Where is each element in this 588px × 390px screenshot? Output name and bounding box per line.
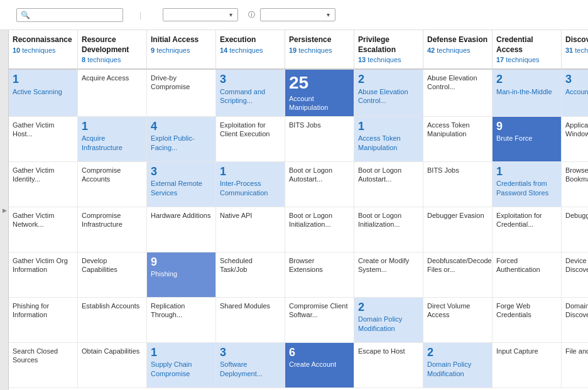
cell-r4-c3[interactable]: Scheduled Task/Job xyxy=(216,252,285,298)
cell-label: Shared Modules xyxy=(220,301,281,310)
cell-r6-c6[interactable]: 2Domain Policy Modification xyxy=(423,343,493,388)
cell-r1-c5[interactable]: 1Access Token Manipulation xyxy=(354,117,423,162)
cell-r4-c1[interactable]: Develop Capabilities xyxy=(78,252,147,298)
side-collapse-tab[interactable]: ▶ xyxy=(0,30,9,390)
cell-label: Boot or Logon Autostart... xyxy=(358,166,419,184)
col-title: Privilege Escalation xyxy=(358,35,419,55)
cell-r3-c0[interactable]: Gather Victim Network... xyxy=(9,207,78,252)
cell-r5-c2[interactable]: Replication Through... xyxy=(147,298,216,343)
cell-r5-c6[interactable]: Direct Volume Access xyxy=(423,298,493,343)
cell-r3-c2[interactable]: Hardware Additions xyxy=(147,207,216,252)
cell-label: Exploitation for Client Execution xyxy=(220,121,281,139)
cell-r0-c2[interactable]: Drive-by Compromise xyxy=(147,70,216,116)
cell-count: 6 xyxy=(289,347,350,359)
cell-r4-c5[interactable]: Create or Modify System... xyxy=(354,252,423,298)
cell-label: Account Discovery xyxy=(565,87,588,96)
cell-r0-c1[interactable]: Acquire Access xyxy=(78,70,147,116)
cell-r0-c0[interactable]: 1Active Scanning xyxy=(9,70,78,116)
cell-r0-c6[interactable]: Abuse Elevation Control... xyxy=(423,70,493,116)
cell-r4-c0[interactable]: Gather Victim Org Information xyxy=(9,252,78,298)
cell-r1-c4[interactable]: BITS Jobs xyxy=(285,117,354,162)
col-header-defense: Defense Evasion 42 techniques xyxy=(423,30,493,70)
cell-count: 3 xyxy=(220,347,281,359)
cell-r5-c0[interactable]: Phishing for Information xyxy=(9,298,78,343)
cell-r5-c5[interactable]: 2Domain Policy Modification xyxy=(354,298,423,343)
cell-r4-c8[interactable]: Device Driver Discovery xyxy=(562,252,588,298)
cell-r2-c2[interactable]: 3External Remote Services xyxy=(147,162,216,207)
cell-r4-c4[interactable]: Browser Extensions xyxy=(285,252,354,298)
cell-r4-c6[interactable]: Deobfuscate/Decode Files or... xyxy=(423,252,493,298)
cell-r0-c7[interactable]: 2Man-in-the-Middle xyxy=(493,70,562,116)
cell-r6-c0[interactable]: Search Closed Sources xyxy=(9,343,78,388)
cell-r3-c6[interactable]: Debugger Evasion xyxy=(423,207,493,252)
cell-r6-c4[interactable]: 6Create Account xyxy=(285,343,354,388)
cell-count: 1 xyxy=(496,166,557,178)
cell-r6-c2[interactable]: 1Supply Chain Compromise xyxy=(147,343,216,388)
cell-label: Abuse Elevation Control... xyxy=(427,73,488,92)
cell-r5-c1[interactable]: Establish Accounts xyxy=(78,298,147,343)
col-header-recon: Reconnaissance 10 techniques xyxy=(9,30,78,70)
cell-label: Create or Modify System... xyxy=(358,256,419,274)
cell-r2-c0[interactable]: Gather Victim Identity... xyxy=(9,162,78,207)
simulated-rules-dropdown[interactable]: ▾ xyxy=(260,8,335,21)
cell-r1-c0[interactable]: Gather Victim Host... xyxy=(9,117,78,162)
cell-r5-c4[interactable]: Compromise Client Softwar... xyxy=(285,298,354,343)
cell-r2-c1[interactable]: Compromise Accounts xyxy=(78,162,147,207)
cell-r5-c8[interactable]: Domain Trust Discovery xyxy=(562,298,588,343)
cell-r2-c6[interactable]: BITS Jobs xyxy=(423,162,493,207)
cell-r6-c8[interactable]: File and Directory... xyxy=(562,343,588,388)
cell-label: Application Window... xyxy=(565,121,588,139)
col-count: 31 techniques xyxy=(565,46,588,54)
cell-r6-c5[interactable]: Escape to Host xyxy=(354,343,423,388)
main-area: ▶ Reconnaissance 10 techniques Resource … xyxy=(0,30,588,390)
cell-r3-c5[interactable]: Boot or Logon Initialization... xyxy=(354,207,423,252)
cell-r2-c8[interactable]: Browser Bookmark... xyxy=(562,162,588,207)
cell-r3-c8[interactable]: Debugger Evasion xyxy=(562,207,588,252)
active-rules-dropdown[interactable]: ▾ xyxy=(163,8,238,21)
cell-r3-c4[interactable]: Boot or Logon Initialization... xyxy=(285,207,354,252)
cell-r0-c3[interactable]: 3Command and Scripting... xyxy=(216,70,285,116)
cell-r5-c3[interactable]: Shared Modules xyxy=(216,298,285,343)
cell-r6-c7[interactable]: Input Capture xyxy=(493,343,562,388)
col-title: Initial Access xyxy=(151,35,212,45)
cell-label: Software Deployment... xyxy=(220,360,281,378)
cell-r4-c7[interactable]: Forced Authentication xyxy=(493,252,562,298)
cell-label: Gather Victim Org Information xyxy=(13,256,74,274)
cell-label: Direct Volume Access xyxy=(427,301,488,320)
cell-r6-c1[interactable]: Obtain Capabilities xyxy=(78,343,147,388)
collapse-button[interactable] xyxy=(6,14,11,16)
cell-label: Phishing for Information xyxy=(13,301,74,320)
cell-label: Access Token Manipulation xyxy=(358,134,419,152)
cell-r2-c3[interactable]: 1Inter-Process Communication xyxy=(216,162,285,207)
cell-label: Debugger Evasion xyxy=(427,211,488,220)
cell-label: BITS Jobs xyxy=(289,121,350,129)
cell-r6-c3[interactable]: 3Software Deployment... xyxy=(216,343,285,388)
cell-r0-c4[interactable]: 25Account Manipulation xyxy=(285,70,354,116)
col-count: 17 techniques xyxy=(496,56,557,63)
cell-r4-c2[interactable]: 9Phishing xyxy=(147,252,216,298)
cell-r3-c1[interactable]: Compromise Infrastructure xyxy=(78,207,147,252)
cell-r0-c5[interactable]: 2Abuse Elevation Control... xyxy=(354,70,423,116)
cell-r1-c1[interactable]: 1Acquire Infrastructure xyxy=(78,117,147,162)
cell-r1-c2[interactable]: 4Exploit Public-Facing... xyxy=(147,117,216,162)
cell-r2-c5[interactable]: Boot or Logon Autostart... xyxy=(354,162,423,207)
cell-r5-c7[interactable]: Forge Web Credentials xyxy=(493,298,562,343)
cell-label: Acquire Infrastructure xyxy=(82,134,143,152)
cell-r1-c7[interactable]: 9Brute Force xyxy=(493,117,562,162)
cell-r0-c8[interactable]: 3Account Discovery xyxy=(562,70,588,116)
cell-r3-c7[interactable]: Exploitation for Credential... xyxy=(493,207,562,252)
cell-r1-c3[interactable]: Exploitation for Client Execution xyxy=(216,117,285,162)
col-count: 19 techniques xyxy=(289,46,350,54)
cell-count: 1 xyxy=(358,121,419,133)
cell-label: Device Driver Discovery xyxy=(565,256,588,274)
cell-r1-c6[interactable]: Access Token Manipulation xyxy=(423,117,493,162)
sep1: | xyxy=(139,11,141,19)
cell-r2-c4[interactable]: Boot or Logon Autostart... xyxy=(285,162,354,207)
cell-label: Forced Authentication xyxy=(496,256,557,274)
cell-r3-c3[interactable]: Native API xyxy=(216,207,285,252)
cell-label: Develop Capabilities xyxy=(82,256,143,274)
search-input[interactable] xyxy=(33,11,119,19)
cell-r2-c7[interactable]: 1Credentials from Password Stores xyxy=(493,162,562,207)
cell-r1-c8[interactable]: Application Window... xyxy=(562,117,588,162)
cell-label: Inter-Process Communication xyxy=(220,179,281,197)
